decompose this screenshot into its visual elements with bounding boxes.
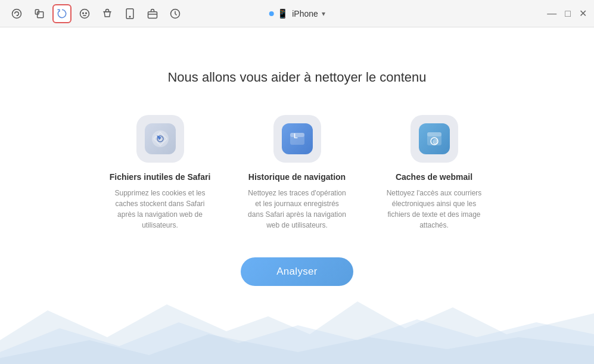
briefcase-icon[interactable] bbox=[143, 4, 162, 23]
device-icon: 📱 bbox=[277, 8, 288, 19]
files-icon[interactable] bbox=[30, 4, 49, 23]
webmail-icon: @ bbox=[419, 123, 450, 154]
svg-rect-19 bbox=[427, 132, 441, 136]
browser-card-title: Historique de navigation bbox=[248, 172, 346, 182]
svg-rect-8 bbox=[148, 11, 157, 18]
svg-point-7 bbox=[129, 16, 130, 17]
cards-container: Fichiers inutiles de Safari Supprimez le… bbox=[110, 115, 485, 231]
safari-card: Fichiers inutiles de Safari Supprimez le… bbox=[110, 115, 211, 231]
device-info: 📱 iPhone ▾ bbox=[269, 8, 325, 19]
background-mountains bbox=[0, 287, 594, 364]
device-chevron[interactable]: ▾ bbox=[322, 10, 325, 18]
history-icon[interactable] bbox=[166, 4, 185, 23]
svg-marker-12 bbox=[0, 334, 594, 364]
bucket-icon[interactable] bbox=[98, 4, 117, 23]
safari-card-desc: Supprimez les cookies et les caches stoc… bbox=[110, 188, 211, 231]
svg-marker-11 bbox=[0, 319, 594, 364]
phone-icon[interactable] bbox=[7, 4, 26, 23]
svg-point-0 bbox=[13, 9, 21, 18]
svg-marker-10 bbox=[0, 301, 594, 364]
device-name: iPhone bbox=[292, 9, 318, 18]
window-controls: — □ ✕ bbox=[547, 9, 587, 18]
titlebar: 📱 iPhone ▾ — □ ✕ bbox=[0, 0, 594, 27]
webmail-icon-wrap: @ bbox=[410, 115, 458, 163]
safari-icon-wrap bbox=[136, 115, 184, 163]
browser-card-desc: Nettoyez les traces d'opération et les j… bbox=[247, 188, 348, 231]
browser-card: L Historique de navigation Nettoyez les … bbox=[247, 115, 348, 231]
face-icon[interactable] bbox=[75, 4, 94, 23]
main-content: Nous allons vous aider à nettoyer le con… bbox=[0, 27, 594, 364]
webmail-card: @ Caches de webmail Nettoyez l'accès aux… bbox=[384, 115, 485, 231]
svg-point-5 bbox=[86, 13, 87, 14]
svg-point-4 bbox=[83, 13, 84, 14]
safari-icon bbox=[145, 123, 176, 154]
page-title: Nous allons vous aider à nettoyer le con… bbox=[167, 70, 426, 85]
refresh-icon[interactable] bbox=[52, 4, 71, 23]
device-status-dot bbox=[269, 11, 273, 16]
close-button[interactable]: ✕ bbox=[579, 9, 587, 18]
minimize-button[interactable]: — bbox=[547, 9, 556, 18]
tablet-icon[interactable] bbox=[120, 4, 139, 23]
webmail-card-desc: Nettoyez l'accès aux courriers électroni… bbox=[384, 188, 485, 231]
webmail-card-title: Caches de webmail bbox=[396, 172, 472, 182]
nav-icons bbox=[7, 4, 185, 23]
svg-rect-2 bbox=[38, 11, 43, 17]
browser-icon: L bbox=[282, 123, 313, 154]
svg-text:L: L bbox=[294, 132, 298, 139]
analyze-button[interactable]: Analyser bbox=[241, 257, 353, 286]
svg-text:@: @ bbox=[433, 139, 438, 145]
svg-point-3 bbox=[80, 9, 89, 18]
maximize-button[interactable]: □ bbox=[565, 9, 571, 18]
safari-card-title: Fichiers inutiles de Safari bbox=[110, 172, 211, 182]
browser-icon-wrap: L bbox=[273, 115, 321, 163]
